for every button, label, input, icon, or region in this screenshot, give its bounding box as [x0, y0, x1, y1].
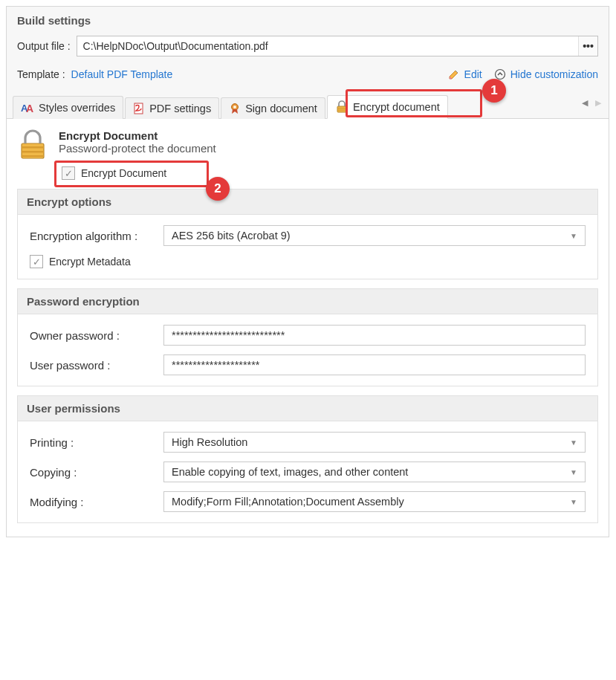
- template-link[interactable]: Default PDF Template: [71, 68, 173, 80]
- encryption-algorithm-label: Encryption algorithm :: [30, 230, 163, 242]
- modifying-row: Modifying : Modify;Form Fill;Annotation;…: [30, 491, 586, 512]
- tab-nav: ◀ ▶: [582, 98, 601, 108]
- user-password-row: User password : *********************: [30, 354, 586, 375]
- svg-rect-12: [22, 155, 44, 157]
- encryption-algorithm-row: Encryption algorithm : AES 256 bits (Acr…: [30, 225, 586, 246]
- tab-encrypt-label: Encrypt document: [353, 101, 440, 113]
- hide-customization-link[interactable]: Hide customization: [494, 68, 598, 80]
- encrypt-metadata-row: ✓ Encrypt Metadata: [30, 255, 586, 268]
- password-encryption-section: Password encryption Owner password : ***…: [17, 288, 598, 386]
- printing-select[interactable]: High Resolution ▼: [163, 432, 586, 453]
- tab-pdf-settings[interactable]: PDF settings: [125, 97, 219, 119]
- user-permissions-section: User permissions Printing : High Resolut…: [17, 395, 598, 523]
- modifying-value: Modify;Form Fill;Annotation;Document Ass…: [172, 496, 404, 508]
- edit-text: Edit: [464, 68, 482, 80]
- tab-pdf-label: PDF settings: [149, 103, 211, 114]
- copying-value: Enable copying of text, images, and othe…: [172, 466, 408, 478]
- modifying-select[interactable]: Modify;Form Fill;Annotation;Document Ass…: [163, 491, 586, 512]
- encrypt-tab-content: Encrypt Document Password-protect the do…: [7, 119, 609, 537]
- tab-sign-document[interactable]: Sign document: [221, 97, 325, 119]
- pdf-icon: [133, 103, 145, 114]
- output-file-value: C:\HelpNDoc\Output\Documentation.pdf: [83, 40, 268, 52]
- svg-point-0: [495, 70, 505, 80]
- user-password-label: User password :: [30, 359, 163, 372]
- encrypt-options-section: Encrypt options Encryption algorithm : A…: [17, 189, 598, 279]
- svg-point-5: [233, 106, 236, 109]
- encrypt-metadata-checkbox[interactable]: ✓: [30, 255, 43, 268]
- owner-password-label: Owner password :: [30, 329, 163, 342]
- browse-button[interactable]: •••: [578, 36, 597, 56]
- tab-bar: AA Styles overrides PDF settings Sign do…: [7, 94, 609, 119]
- encrypt-options-header: Encrypt options: [18, 190, 597, 215]
- encrypt-document-checkbox-row: ✓ Encrypt Document 2: [62, 166, 598, 180]
- pencil-icon: [448, 68, 460, 80]
- encrypt-subtitle: Password-protect the document: [59, 142, 216, 155]
- owner-password-row: Owner password : ***********************…: [30, 325, 586, 346]
- modifying-label: Modifying :: [30, 496, 163, 508]
- lock-icon: [335, 100, 348, 114]
- owner-password-input[interactable]: ***************************: [163, 325, 586, 346]
- encrypt-header: Encrypt Document Password-protect the do…: [17, 129, 598, 161]
- svg-rect-11: [22, 151, 44, 153]
- lock-icon: [17, 129, 48, 161]
- ribbon-icon: [229, 103, 241, 114]
- template-label: Template :: [17, 68, 65, 80]
- chevron-down-icon: ▼: [570, 498, 577, 506]
- chevron-down-icon: ▼: [570, 232, 577, 240]
- encrypt-metadata-label: Encrypt Metadata: [49, 256, 131, 268]
- printing-row: Printing : High Resolution ▼: [30, 432, 586, 453]
- tab-prev-icon[interactable]: ◀: [582, 98, 588, 108]
- tab-styles-overrides[interactable]: AA Styles overrides: [13, 96, 123, 119]
- svg-rect-10: [22, 146, 44, 149]
- encryption-algorithm-value: AES 256 bits (Acrobat 9): [172, 230, 291, 242]
- copying-select[interactable]: Enable copying of text, images, and othe…: [163, 462, 586, 482]
- owner-password-value: ***************************: [172, 329, 285, 341]
- edit-link[interactable]: Edit: [448, 68, 482, 80]
- hide-text: Hide customization: [510, 68, 598, 80]
- build-settings-panel: Build settings Output file : C:\HelpNDoc…: [6, 6, 609, 537]
- callout-2: 2: [206, 177, 230, 201]
- svg-text:A: A: [26, 103, 33, 114]
- styles-icon: AA: [21, 101, 34, 114]
- panel-title: Build settings: [7, 7, 609, 31]
- user-password-value: *********************: [172, 359, 260, 371]
- encrypt-document-checkbox-label: Encrypt Document: [81, 167, 166, 179]
- template-row: Template : Default PDF Template Edit Hid…: [7, 61, 609, 94]
- output-file-label: Output file :: [17, 40, 71, 52]
- encryption-algorithm-select[interactable]: AES 256 bits (Acrobat 9) ▼: [163, 225, 586, 246]
- printing-value: High Resolution: [172, 436, 247, 448]
- encrypt-document-checkbox[interactable]: ✓: [62, 166, 75, 180]
- tab-sign-label: Sign document: [245, 103, 317, 114]
- copying-row: Copying : Enable copying of text, images…: [30, 462, 586, 482]
- tab-next-icon[interactable]: ▶: [595, 98, 601, 108]
- callout-1: 1: [482, 79, 506, 103]
- tab-styles-label: Styles overrides: [39, 102, 115, 114]
- encrypt-title: Encrypt Document: [59, 129, 216, 142]
- output-file-row: Output file : C:\HelpNDoc\Output\Documen…: [7, 31, 609, 61]
- printing-label: Printing :: [30, 436, 163, 449]
- svg-rect-8: [337, 110, 346, 111]
- tab-encrypt-document[interactable]: Encrypt document: [327, 95, 448, 119]
- user-permissions-header: User permissions: [18, 396, 597, 421]
- password-encryption-header: Password encryption: [18, 289, 597, 314]
- chevron-down-icon: ▼: [570, 438, 577, 447]
- svg-rect-7: [337, 108, 346, 109]
- chevron-down-icon: ▼: [570, 468, 577, 476]
- svg-rect-6: [337, 106, 346, 112]
- copying-label: Copying :: [30, 466, 163, 479]
- user-password-input[interactable]: *********************: [163, 354, 586, 375]
- output-file-input[interactable]: C:\HelpNDoc\Output\Documentation.pdf •••: [77, 36, 598, 56]
